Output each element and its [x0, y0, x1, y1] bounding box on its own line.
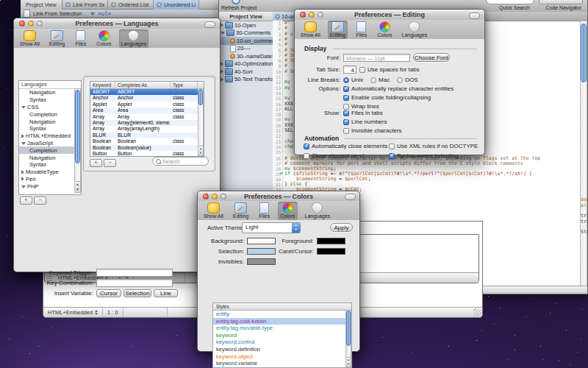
project-tree-item[interactable]: 30--nameDateStr [219, 52, 273, 60]
use-spaces-checkbox-row[interactable]: Use spaces for tabs [359, 66, 420, 73]
disclosure-icon[interactable] [21, 185, 26, 188]
quick-search-input[interactable] [486, 0, 534, 4]
background-tab[interactable]: ×Ordered List Fro... [108, 0, 154, 10]
sidebar-item-perl[interactable]: Perl [19, 176, 81, 183]
color-swatch[interactable] [317, 238, 345, 244]
resize-grip[interactable] [473, 308, 481, 316]
style-item[interactable]: keyword.object [213, 353, 351, 361]
code-navigator-button[interactable] [539, 0, 583, 4]
disclosure-icon[interactable] [220, 77, 223, 82]
styles-list[interactable]: Styles entityentity.tag.cold-fusionentit… [212, 302, 352, 368]
language-selector[interactable]: HTML+Embedded [43, 308, 103, 317]
checkbox-row[interactable]: Automatically close elements [304, 143, 389, 149]
toolbar-item-colors[interactable]: Colors [278, 202, 297, 220]
styles-scroll-arrows[interactable]: ▲▼ [346, 357, 351, 367]
table-row[interactable]: AppletAppletclass [90, 102, 204, 107]
remove-language-button[interactable]: − [34, 197, 46, 205]
toolbar-item-files[interactable]: Files [256, 202, 273, 220]
project-tree-item[interactable]: 40-Optimization [219, 60, 273, 68]
styles-scrollbar-thumb[interactable] [346, 311, 351, 346]
disclosure-icon[interactable] [220, 62, 223, 66]
sidebar-item-javascript[interactable]: JavaScript [19, 140, 81, 147]
file-row-label[interactable]: Link From Selection [33, 10, 82, 17]
color-swatch[interactable] [247, 258, 276, 265]
color-swatch[interactable] [317, 248, 345, 255]
style-item[interactable]: keyword.variable [213, 360, 351, 367]
search-field[interactable]: Search [152, 157, 209, 166]
toolbar-item-languages[interactable]: Languages [400, 21, 430, 39]
editor-scrollbar-thumb[interactable] [581, 24, 587, 82]
title-bar[interactable]: Preferences — Editing [295, 10, 484, 21]
checkbox-row[interactable]: Enable code folding/collapsing [343, 94, 453, 101]
sidebar-item-syntax[interactable]: Syntax [19, 161, 81, 169]
radio-mac[interactable]: Mac [370, 77, 390, 83]
toolbar-item-colors[interactable]: Colors [94, 29, 113, 48]
color-swatch[interactable] [247, 238, 276, 244]
project-tree-item[interactable]: 10-Open [219, 21, 273, 29]
styles-scrollbar[interactable]: ▲▼ [345, 310, 351, 367]
keyword-trigger-input[interactable] [96, 269, 173, 277]
checkbox-row[interactable]: Wrap lines [343, 103, 453, 110]
table-scroll-arrows[interactable]: ▲▼ [198, 146, 203, 155]
checkbox-row[interactable]: Syntax-aware indenting [389, 152, 480, 159]
project-tree-item[interactable]: 20---- [219, 45, 273, 53]
toolbar-item-show-all[interactable]: Show All [201, 202, 226, 220]
breadcrumb[interactable]: <ul> [98, 10, 111, 17]
style-item[interactable]: keyword [213, 332, 351, 339]
toolbar-item-colors[interactable]: Colors [375, 21, 394, 39]
sidebar-item-html+embedded[interactable]: HTML+Embedded [19, 132, 81, 140]
languages-sidebar[interactable]: Languages NavigationSyntaxCSSCompletionN… [18, 80, 82, 195]
color-swatch[interactable] [247, 248, 276, 255]
background-tab[interactable]: ×Link From Selection [62, 0, 108, 10]
column-header[interactable]: Keyword [90, 82, 115, 88]
sidebar-item-syntax[interactable]: Syntax [19, 125, 81, 132]
font-field[interactable]: Monaco — 11pt [343, 54, 410, 62]
table-row[interactable]: ArrayArray([element0, eleme... [90, 120, 204, 126]
table-row[interactable]: ButtonButtonclass [90, 151, 204, 157]
toolbar-collapse-button[interactable] [345, 194, 356, 200]
style-item[interactable]: keyword.definition [213, 346, 351, 353]
disclosure-icon[interactable] [220, 23, 223, 27]
style-item[interactable]: entity [213, 311, 351, 318]
table-row[interactable]: BooleanBooleanclass [90, 138, 204, 144]
title-bar[interactable]: Preferences — Colors [198, 191, 359, 202]
sidebar-item-css[interactable]: CSS [19, 104, 81, 111]
style-item[interactable]: entity.tag.movable-type [213, 325, 351, 332]
disclosure-icon[interactable] [21, 170, 24, 174]
toolbar-item-editing[interactable]: Editing [328, 21, 348, 39]
checkbox-row[interactable]: Automatically replace character entities [343, 85, 453, 92]
title-bar[interactable]: Preferences — Languages [14, 18, 220, 29]
table-row[interactable]: ArrayArray(arrayLength) [90, 126, 204, 132]
refresh-project-label[interactable]: Refresh Project [221, 5, 257, 10]
table-row[interactable]: ArrayArrayclass [90, 114, 204, 120]
choose-font-button[interactable]: Choose Font [413, 53, 450, 62]
sidebar-item-php[interactable]: PHP [19, 183, 81, 190]
background-tab[interactable]: ×Unordered List F [154, 0, 199, 10]
table-row[interactable]: AnchorAnchorclass [90, 95, 204, 101]
table-row[interactable]: BLURBLUR [90, 132, 204, 138]
disclosure-triangle-icon[interactable] [90, 13, 95, 15]
add-keyword-button[interactable]: + [90, 159, 102, 167]
tab-size-field[interactable]: 4 [343, 66, 356, 74]
sidebar-scrollbar[interactable]: ▲▼ [74, 88, 81, 193]
tab-close-icon[interactable]: × [65, 2, 71, 7]
tab-close-icon[interactable]: × [111, 2, 116, 7]
active-theme-dropdown[interactable]: Light ▲▼ [242, 222, 301, 233]
toolbar-item-languages[interactable]: Languages [303, 202, 333, 220]
apply-button[interactable]: Apply [330, 223, 353, 232]
style-item[interactable]: entity.tag.cold-fusion [213, 318, 351, 325]
disclosure-icon[interactable] [21, 177, 24, 181]
disclosure-icon[interactable] [21, 142, 26, 145]
disclosure-icon[interactable] [21, 106, 26, 109]
project-tree-item[interactable]: 10-un_comment [219, 37, 273, 45]
sidebar-scrollbar-thumb[interactable] [75, 90, 80, 163]
toolbar-item-languages[interactable]: Languages [119, 29, 149, 48]
project-tree-item[interactable]: 50-Text Transform [219, 76, 273, 84]
toolbar-collapse-button[interactable] [204, 21, 215, 28]
checkbox-row[interactable]: Close element on </ [304, 152, 389, 159]
disclosure-icon[interactable] [220, 69, 223, 74]
table-scrollbar[interactable]: ▲▼ [198, 88, 204, 156]
toolbar-item-show-all[interactable]: Show All [298, 21, 323, 39]
column-header[interactable]: Type [171, 82, 198, 88]
sidebar-item-navigation[interactable]: Navigation [19, 154, 81, 161]
